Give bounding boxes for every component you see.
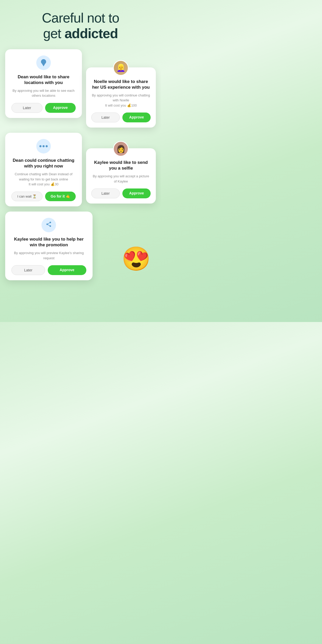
chat-dots-icon — [39, 145, 48, 147]
card4-title: Kaylee would like to send you a selfie — [91, 160, 151, 171]
card2-title: Noelle would like to share her US experi… — [91, 79, 151, 90]
card1-buttons: Later Approve — [11, 103, 76, 113]
header-section: Careful not to get addicted — [0, 0, 161, 47]
kaylee-avatar: 👩 — [113, 141, 129, 157]
card3-buttons: I can wait ⏳ Go for it 🤙 — [11, 192, 76, 201]
card-dean-chat: Dean could continue chatting with you ri… — [5, 133, 82, 206]
card5-later-button[interactable]: Later — [11, 265, 45, 275]
card-kaylee-selfie: 👩 Kaylee would like to send you a selfie… — [86, 148, 156, 204]
card2-desc: By approving you will continue chatting … — [91, 93, 151, 108]
share-icon — [46, 221, 52, 229]
card5-approve-button[interactable]: Approve — [48, 265, 86, 275]
svg-point-1 — [46, 223, 48, 225]
card-noelle-experience: 👱‍♀️ Noelle would like to share her US e… — [86, 67, 156, 128]
card4-wrapper: 👩 Kaylee would like to send you a selfie… — [86, 146, 156, 204]
card4-later-button[interactable]: Later — [91, 188, 120, 198]
svg-point-2 — [50, 225, 51, 227]
card5-title: Kaylee would like you to help her win th… — [11, 236, 86, 248]
location-pin-icon — [41, 59, 46, 66]
card1-approve-button[interactable]: Approve — [45, 103, 76, 113]
card3-go-button[interactable]: Go for it 🤙 — [45, 192, 76, 201]
card1-later-button[interactable]: Later — [11, 103, 43, 113]
row-1: Dean would like to share locations with … — [5, 47, 156, 128]
card4-buttons: Later Approve — [91, 188, 151, 198]
header-title: Careful not to get addicted — [10, 10, 151, 41]
row-2: Dean could continue chatting with you ri… — [5, 133, 156, 206]
card4-approve-button[interactable]: Approve — [122, 188, 151, 198]
card3-title: Dean could continue chatting with you ri… — [11, 158, 76, 169]
svg-line-3 — [48, 225, 50, 226]
svg-point-0 — [50, 222, 51, 223]
header-line1: Careful not to — [42, 10, 119, 25]
card3-wait-button[interactable]: I can wait ⏳ — [11, 192, 43, 201]
card3-desc: Continue chatting with Dean instead of w… — [11, 172, 76, 187]
card2-approve-button[interactable]: Approve — [122, 113, 151, 122]
card2-later-button[interactable]: Later — [91, 113, 120, 122]
noelle-avatar: 👱‍♀️ — [113, 60, 129, 76]
share-icon-bubble — [41, 218, 56, 232]
chat-icon-bubble — [36, 139, 51, 153]
cards-container: Dean would like to share locations with … — [0, 47, 161, 281]
card3-wrapper: Dean could continue chatting with you ri… — [5, 133, 82, 206]
header-line2-normal: get — [43, 26, 65, 41]
card1-wrapper: Dean would like to share locations with … — [5, 49, 82, 118]
svg-line-4 — [48, 223, 50, 224]
card1-title: Dean would like to share locations with … — [11, 74, 76, 86]
header-line2-bold: addicted — [65, 26, 118, 41]
card-kaylee-promotion: Kaylee would like you to help her win th… — [5, 212, 93, 280]
card-dean-location: Dean would like to share locations with … — [5, 49, 82, 118]
card5-desc: By approving you will preview Kaylee's s… — [11, 250, 86, 261]
heart-eyes-emoji: 😍 — [122, 245, 151, 272]
card5-buttons: Later Approve — [11, 265, 86, 275]
row-3: Kaylee would like you to help her win th… — [5, 212, 156, 280]
location-icon-bubble — [36, 55, 51, 70]
card4-desc: By approving you will accept a picture o… — [91, 174, 151, 184]
card1-desc: By approving you will be able to see eac… — [11, 88, 76, 98]
card2-buttons: Later Approve — [91, 113, 151, 122]
card2-wrapper: 👱‍♀️ Noelle would like to share her US e… — [86, 65, 156, 128]
